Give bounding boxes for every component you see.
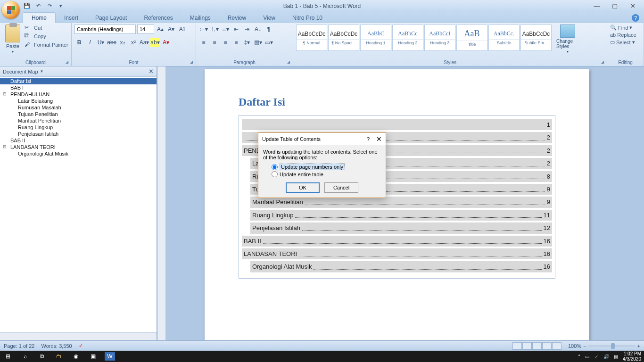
- task-view-icon[interactable]: ⧉: [37, 352, 47, 361]
- docmap-item[interactable]: LANDASAN TEORI: [0, 144, 157, 150]
- dialog-help-button[interactable]: ?: [367, 136, 370, 142]
- proofing-icon[interactable]: ✓: [79, 343, 83, 349]
- justify-button[interactable]: ≡: [231, 38, 241, 47]
- tab-home[interactable]: Home: [23, 12, 56, 23]
- word-taskbar-icon[interactable]: W: [105, 352, 115, 361]
- tray-clock[interactable]: 1:02 PM4/3/2020: [623, 351, 641, 362]
- multilevel-button[interactable]: ≣▾: [221, 25, 230, 34]
- bold-button[interactable]: B: [74, 38, 84, 47]
- tab-review[interactable]: Review: [219, 13, 255, 23]
- increase-indent-button[interactable]: ⇥: [242, 25, 252, 34]
- toc-row[interactable]: Manfaat Penelitian9: [250, 197, 552, 207]
- toc-row[interactable]: Organologi Alat Musik16: [250, 261, 552, 272]
- docmap-item[interactable]: Penjelasan Istilah: [0, 131, 157, 137]
- docmap-item[interactable]: Rumusan Masalah: [0, 104, 157, 111]
- grow-font-button[interactable]: A▴: [156, 25, 165, 34]
- align-left-button[interactable]: ≡: [199, 38, 208, 47]
- tab-insert[interactable]: Insert: [56, 13, 87, 23]
- font-launcher[interactable]: ◢: [190, 60, 195, 65]
- radio-entire-table[interactable]: [272, 171, 278, 177]
- file-explorer-icon[interactable]: 🗀: [54, 352, 64, 361]
- option-page-numbers-only[interactable]: Update page numbers only: [272, 163, 381, 171]
- toc-row[interactable]: BAB II16: [242, 236, 552, 247]
- decrease-indent-button[interactable]: ⇤: [231, 25, 241, 34]
- docmap-item[interactable]: PENDAHULUAN: [0, 91, 157, 98]
- style-heading-2[interactable]: AaBbCcHeading 2: [392, 25, 423, 51]
- format-painter-button[interactable]: 🖌Format Painter: [25, 41, 68, 48]
- style-title[interactable]: AaBTitle: [456, 25, 487, 51]
- view-web-layout[interactable]: [532, 342, 542, 350]
- redo-icon[interactable]: ↷: [45, 2, 54, 10]
- bullets-button[interactable]: ≔▾: [199, 25, 208, 34]
- change-styles-button[interactable]: Change Styles▼: [556, 25, 579, 59]
- paragraph-launcher[interactable]: ◢: [287, 60, 292, 65]
- qat-dropdown-icon[interactable]: ▾: [57, 2, 65, 10]
- line-spacing-button[interactable]: ‡▾: [242, 38, 252, 47]
- change-case-button[interactable]: Aa▾: [140, 38, 149, 47]
- view-print-layout[interactable]: [512, 342, 522, 350]
- dialog-titlebar[interactable]: Update Table of Contents ? ✕: [258, 133, 386, 145]
- save-icon[interactable]: 💾: [23, 2, 31, 10]
- cut-button[interactable]: ✂Cut: [25, 25, 68, 31]
- minimize-button[interactable]: —: [592, 2, 602, 9]
- docmap-item[interactable]: BAB II: [0, 137, 157, 144]
- docmap-item[interactable]: Latar Belakang: [0, 98, 157, 104]
- status-page[interactable]: Page: 1 of 22: [4, 343, 34, 349]
- tray-chevron-icon[interactable]: ˄: [578, 354, 580, 359]
- search-icon[interactable]: ⌕: [20, 352, 30, 361]
- tab-references[interactable]: References: [135, 13, 181, 23]
- zoom-in-button[interactable]: +: [637, 343, 640, 349]
- align-right-button[interactable]: ≡: [221, 38, 230, 47]
- shrink-font-button[interactable]: A▾: [166, 25, 176, 34]
- tab-nitro-pro-10[interactable]: Nitro Pro 10: [284, 13, 331, 23]
- toc-row[interactable]: LANDASAN TEORI16: [242, 248, 552, 259]
- vertical-ruler[interactable]: [157, 66, 166, 340]
- office-button[interactable]: [2, 1, 20, 19]
- chrome-icon[interactable]: ◉: [71, 352, 81, 361]
- docmap-item[interactable]: Ruang Lingkup: [0, 124, 157, 131]
- ok-button[interactable]: OK: [286, 182, 320, 193]
- heading-daftar-isi[interactable]: Daftar Isi: [239, 96, 555, 108]
- show-marks-button[interactable]: ¶: [264, 25, 273, 34]
- view-full-screen[interactable]: [522, 342, 532, 350]
- document-canvas[interactable]: Daftar Isi 12PENDAHULUAN2Latar Belakang2…: [157, 66, 644, 340]
- docmap-close-button[interactable]: ✕: [149, 68, 154, 75]
- copy-button[interactable]: ⿻Copy: [25, 33, 68, 40]
- clear-formatting-button[interactable]: Aͯ: [177, 25, 187, 34]
- style-subtitle[interactable]: AaBbCc.Subtitle: [488, 25, 520, 51]
- clipboard-launcher[interactable]: ◢: [66, 60, 70, 65]
- docmap-h-scrollbar[interactable]: [0, 332, 157, 340]
- undo-icon[interactable]: ↶: [34, 2, 42, 10]
- superscript-button[interactable]: x²: [129, 38, 138, 47]
- italic-button[interactable]: I: [85, 38, 95, 47]
- numbering-button[interactable]: ⒈▾: [210, 25, 219, 34]
- maximize-button[interactable]: ▢: [610, 2, 619, 9]
- style--normal[interactable]: AaBbCcDc¶ Normal: [296, 25, 327, 51]
- paste-button[interactable]: Paste▼: [3, 25, 23, 59]
- style-subtle-em-[interactable]: AaBbCcDcSubtle Em...: [520, 25, 552, 51]
- tab-page-layout[interactable]: Page Layout: [87, 13, 135, 23]
- borders-button[interactable]: ▭▾: [264, 38, 273, 47]
- style-heading-1[interactable]: AaBbCHeading 1: [360, 25, 391, 51]
- find-button[interactable]: 🔍Find ▾: [610, 25, 641, 31]
- strikethrough-button[interactable]: abc: [107, 38, 116, 47]
- styles-launcher[interactable]: ◢: [601, 60, 606, 65]
- tray-volume-icon[interactable]: 🔊: [603, 354, 609, 359]
- zoom-slider[interactable]: [588, 345, 636, 347]
- zoom-out-button[interactable]: −: [583, 343, 586, 349]
- option-entire-table[interactable]: Update entire table: [272, 171, 381, 178]
- style-heading-3[interactable]: AaBbCcIHeading 3: [424, 25, 455, 51]
- select-button[interactable]: ▭Select ▾: [610, 39, 641, 45]
- document-map-body[interactable]: Daftar IsiBAB IPENDAHULUANLatar Belakang…: [0, 77, 157, 332]
- replace-button[interactable]: abReplace: [610, 32, 641, 38]
- tray-notifications-icon[interactable]: ▤: [614, 354, 618, 359]
- tray-wifi-icon[interactable]: ⟋: [594, 354, 599, 359]
- status-words[interactable]: Words: 3,550: [41, 343, 72, 349]
- font-size-select[interactable]: [137, 25, 154, 34]
- toc-row[interactable]: Penjelasan Istilah12: [250, 222, 552, 233]
- sort-button[interactable]: A↓: [253, 25, 263, 34]
- zoom-level[interactable]: 100%: [568, 343, 581, 349]
- docmap-item[interactable]: Manfaat Penelitian: [0, 117, 157, 124]
- font-color-button[interactable]: A▾: [161, 38, 171, 47]
- radio-page-numbers[interactable]: [272, 164, 278, 170]
